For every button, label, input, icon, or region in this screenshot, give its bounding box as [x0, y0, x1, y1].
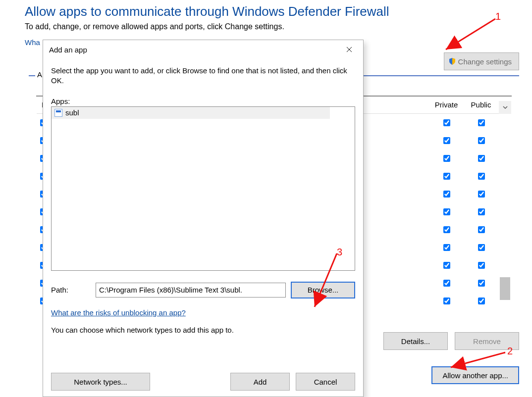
page-subtitle: To add, change, or remove allowed apps a… [25, 22, 507, 31]
dialog-title: Add an app [49, 46, 338, 54]
row-public-checkbox[interactable] [478, 137, 485, 144]
row-private-checkbox[interactable] [443, 208, 450, 215]
row-public-checkbox[interactable] [478, 173, 485, 180]
row-public-checkbox[interactable] [478, 262, 485, 269]
risks-link-fragment[interactable]: Wha [25, 38, 40, 47]
app-icon [54, 109, 62, 117]
scroll-down-icon[interactable] [499, 101, 511, 114]
row-private-checkbox[interactable] [443, 119, 450, 126]
path-label: Path: [51, 286, 91, 294]
row-public-checkbox[interactable] [478, 226, 485, 233]
row-private-checkbox[interactable] [443, 280, 450, 287]
scrollbar-thumb[interactable] [500, 277, 510, 300]
row-private-checkbox[interactable] [443, 191, 450, 198]
apps-listbox[interactable]: subl [51, 106, 355, 271]
row-public-checkbox[interactable] [478, 280, 485, 287]
app-item-label: subl [65, 108, 79, 117]
row-private-checkbox[interactable] [443, 155, 450, 162]
path-input[interactable] [96, 283, 286, 298]
choose-network-text: You can choose which network types to ad… [51, 326, 355, 334]
row-private-checkbox[interactable] [443, 137, 450, 144]
remove-button[interactable]: Remove [455, 332, 519, 350]
row-public-checkbox[interactable] [478, 119, 485, 126]
app-list-item[interactable]: subl [52, 107, 330, 119]
row-public-checkbox[interactable] [478, 208, 485, 215]
row-private-checkbox[interactable] [443, 262, 450, 269]
row-public-checkbox[interactable] [478, 298, 485, 304]
row-public-checkbox[interactable] [478, 244, 485, 251]
row-public-checkbox[interactable] [478, 191, 485, 198]
add-app-dialog: Add an app Select the app you want to ad… [43, 40, 364, 397]
apps-label: Apps: [51, 97, 355, 105]
cancel-button[interactable]: Cancel [296, 373, 355, 391]
row-private-checkbox[interactable] [443, 226, 450, 233]
details-button[interactable]: Details... [383, 332, 448, 350]
row-private-checkbox[interactable] [443, 298, 450, 304]
allow-another-app-button[interactable]: Allow another app... [431, 366, 519, 384]
page-title: Allow apps to communicate through Window… [25, 4, 507, 19]
row-private-checkbox[interactable] [443, 173, 450, 180]
change-settings-label: Change settings [458, 57, 512, 66]
unblocking-risks-link[interactable]: What are the risks of unblocking an app? [51, 308, 355, 317]
row-public-checkbox[interactable] [478, 155, 485, 162]
shield-icon [448, 57, 456, 65]
change-settings-button[interactable]: Change settings [444, 52, 519, 70]
close-button[interactable] [338, 42, 360, 57]
dialog-titlebar[interactable]: Add an app [43, 40, 363, 59]
header-public[interactable]: Public [464, 100, 498, 109]
network-types-button[interactable]: Network types... [51, 373, 150, 391]
add-button[interactable]: Add [230, 373, 290, 391]
svg-line-1 [451, 352, 505, 367]
close-icon [346, 47, 352, 52]
dialog-instruction: Select the app you want to add, or click… [51, 66, 355, 86]
browse-button[interactable]: Browse... [291, 282, 355, 298]
row-private-checkbox[interactable] [443, 244, 450, 251]
header-private[interactable]: Private [429, 100, 464, 109]
